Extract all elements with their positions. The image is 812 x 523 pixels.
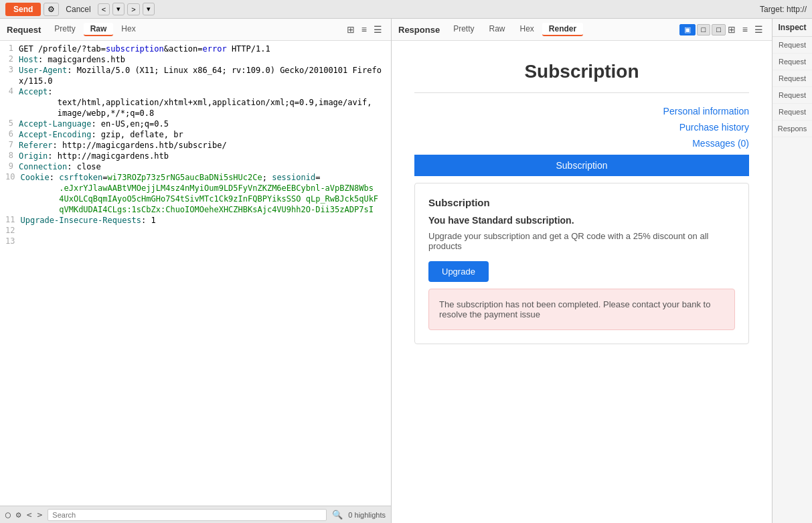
tab-pretty-req[interactable]: Pretty xyxy=(48,23,82,36)
target-label: Target: http:// xyxy=(760,5,807,14)
subscription-tab-bar: Subscription xyxy=(414,155,749,176)
request-icon-3[interactable]: ☰ xyxy=(372,23,384,35)
response-panel: Response Pretty Raw Hex Render ▣ □ □ ⊞ ≡… xyxy=(392,19,772,523)
request-tab-group: Pretty Raw Hex xyxy=(48,23,142,36)
code-line: 11 Upgrade-Insecure-Requests: 1 xyxy=(0,215,391,226)
tab-raw-res[interactable]: Raw xyxy=(482,23,511,36)
tab-render-res[interactable]: Render xyxy=(542,23,583,36)
request-icon-1[interactable]: ⊞ xyxy=(345,23,357,35)
sub-card-desc: You have Standard subscription. xyxy=(428,215,735,226)
code-line: 7 Referer: http://magicgardens.htb/subsc… xyxy=(0,140,391,151)
bottom-icon-prev[interactable]: < xyxy=(27,510,32,520)
nav-links: Personal information Purchase history Me… xyxy=(414,103,749,151)
nav-prev-dropdown[interactable]: ▾ xyxy=(112,3,125,15)
nav-next-dropdown[interactable]: ▾ xyxy=(143,3,155,15)
inspect-item-4[interactable]: Request xyxy=(773,87,812,104)
nav-link-personal-info[interactable]: Personal information xyxy=(414,103,749,119)
request-title: Request xyxy=(7,25,41,35)
code-line: 2 Host: magicgardens.htb xyxy=(0,54,391,65)
subscription-page: Subscription Personal information Purcha… xyxy=(414,48,749,344)
response-title: Response xyxy=(398,25,440,35)
response-view-toggle: ▣ □ □ xyxy=(679,24,726,35)
nav-link-purchase-history[interactable]: Purchase history xyxy=(414,119,749,135)
search-submit-icon[interactable]: 🔍 xyxy=(332,510,343,520)
tab-raw-req[interactable]: Raw xyxy=(84,23,114,36)
tab-pretty-res[interactable]: Pretty xyxy=(446,23,481,36)
search-input[interactable] xyxy=(48,509,327,521)
view-btn-split[interactable]: ▣ xyxy=(679,24,696,35)
request-bottom-bar: ◯ ⚙ < > 🔍 0 highlights xyxy=(0,506,391,523)
tab-hex-req[interactable]: Hex xyxy=(114,23,142,36)
subscription-page-title: Subscription xyxy=(414,48,749,93)
response-icon-2[interactable]: ≡ xyxy=(740,23,750,35)
bottom-icon-next[interactable]: > xyxy=(37,510,42,520)
inspect-item-6[interactable]: Respons xyxy=(773,121,812,137)
inspect-item-3[interactable]: Request xyxy=(773,70,812,87)
code-line: 3 User-Agent: Mozilla/5.0 (X11; Linux x8… xyxy=(0,65,391,86)
request-icon-2[interactable]: ≡ xyxy=(359,23,369,35)
inspect-header: Inspect xyxy=(773,19,812,37)
top-toolbar: Send ⚙ Cancel < ▾ > ▾ Target: http:// xyxy=(0,0,812,19)
sub-card-title: Subscription xyxy=(428,197,735,208)
tab-hex-res[interactable]: Hex xyxy=(513,23,541,36)
nav-next-button[interactable]: > xyxy=(127,3,139,15)
sub-card-body: Upgrade your subscription and get a QR c… xyxy=(428,231,735,251)
highlights-label: 0 highlights xyxy=(348,511,386,519)
view-btn-single[interactable]: □ xyxy=(697,24,711,35)
code-line: 1 GET /profile/?tab=subscription&action=… xyxy=(0,44,391,54)
code-line: 12 xyxy=(0,226,391,236)
inspect-panel: Inspect Request Request Request Request … xyxy=(772,19,812,523)
error-box: The subscription has not been completed.… xyxy=(428,289,735,330)
request-panel-icons: ⊞ ≡ ☰ xyxy=(345,23,384,35)
code-line: 8 Origin: http://magicgardens.htb xyxy=(0,151,391,161)
subscription-card: Subscription You have Standard subscript… xyxy=(414,183,749,344)
code-line: 6 Accept-Encoding: gzip, deflate, br xyxy=(0,129,391,140)
inspect-item-2[interactable]: Request xyxy=(773,54,812,70)
view-btn-alt[interactable]: □ xyxy=(712,24,726,35)
send-button[interactable]: Send xyxy=(5,3,41,16)
code-line: 10 Cookie: csrftoken=wi73ROZp73z5rNG5auc… xyxy=(0,172,391,215)
code-line: 13 xyxy=(0,236,391,247)
request-panel-header: Request Pretty Raw Hex ⊞ ≡ ☰ xyxy=(0,19,391,41)
subscription-tab[interactable]: Subscription xyxy=(414,155,749,176)
code-line: 9 Connection: close xyxy=(0,161,391,172)
inspect-item-1[interactable]: Request xyxy=(773,37,812,54)
gear-button[interactable]: ⚙ xyxy=(44,3,59,16)
response-icon-1[interactable]: ⊞ xyxy=(726,23,738,35)
request-panel: Request Pretty Raw Hex ⊞ ≡ ☰ 1 GET /prof… xyxy=(0,19,392,523)
code-line: 4 Accept: text/html,application/xhtml+xm… xyxy=(0,86,391,119)
nav-prev-button[interactable]: < xyxy=(98,3,110,15)
bottom-icon-gear[interactable]: ⚙ xyxy=(16,510,21,520)
main-layout: Request Pretty Raw Hex ⊞ ≡ ☰ 1 GET /prof… xyxy=(0,19,812,523)
upgrade-button[interactable]: Upgrade xyxy=(428,261,489,282)
response-tab-group: Pretty Raw Hex Render xyxy=(446,23,583,36)
bottom-icon-circle[interactable]: ◯ xyxy=(5,510,11,520)
cancel-button[interactable]: Cancel xyxy=(62,3,94,15)
response-panel-icons: ⊞ ≡ ☰ xyxy=(726,23,765,35)
response-panel-header: Response Pretty Raw Hex Render ▣ □ □ ⊞ ≡… xyxy=(392,19,772,41)
nav-link-messages[interactable]: Messages (0) xyxy=(414,135,749,151)
response-icon-3[interactable]: ☰ xyxy=(752,23,765,35)
code-line: 5 Accept-Language: en-US,en;q=0.5 xyxy=(0,119,391,129)
render-area: Subscription Personal information Purcha… xyxy=(392,41,772,523)
inspect-item-5[interactable]: Request xyxy=(773,104,812,121)
request-code-area: 1 GET /profile/?tab=subscription&action=… xyxy=(0,41,391,506)
error-text: The subscription has not been completed.… xyxy=(439,299,724,319)
